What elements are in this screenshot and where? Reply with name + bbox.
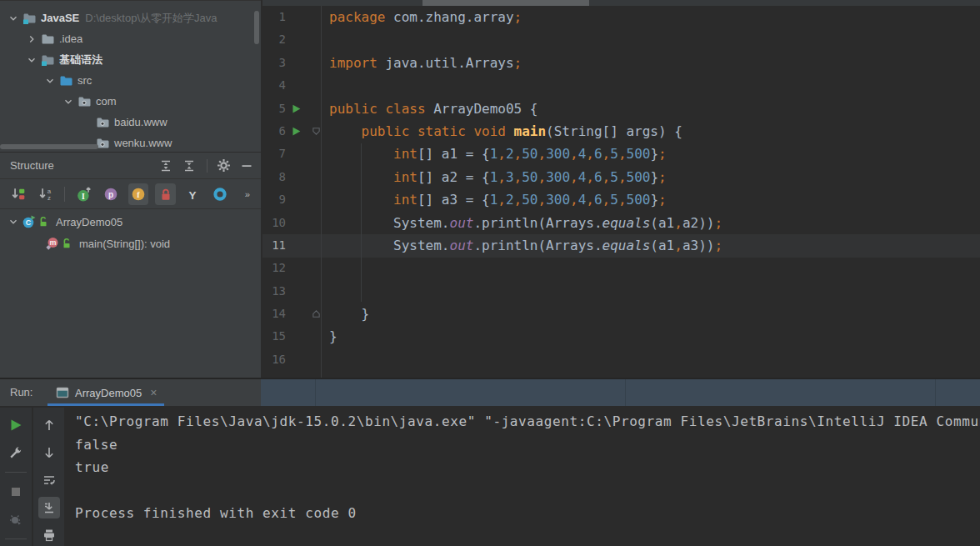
hide-panel-icon[interactable] [238, 157, 256, 175]
printer-button[interactable] [38, 524, 60, 546]
structure-toolbar: azIpfY» [0, 179, 261, 209]
code-line[interactable]: 1package com.zhang.array; [262, 6, 980, 28]
fold-down-icon[interactable] [311, 126, 322, 137]
code-text: int[] a2 = {1,3,50,300,4,6,5,500}; [329, 166, 667, 188]
structure-tree-item[interactable]: CArrayDemo05 [7, 211, 261, 233]
project-tree[interactable]: JavaSED:\desktop\从零开始学Java.idea基础语法srcco… [0, 8, 261, 152]
code-line[interactable]: 11 System.out.println(Arrays.equals(a1,a… [262, 234, 980, 257]
project-tree-item[interactable]: JavaSED:\desktop\从零开始学Java [7, 8, 261, 28]
code-line[interactable]: 3import java.util.Arrays; [262, 52, 980, 74]
code-token: java.util.Arrays [378, 55, 514, 71]
chevron-right-icon[interactable] [25, 33, 38, 46]
expand-all-icon[interactable] [157, 157, 175, 175]
structure-tree-item[interactable]: mmain(String[]): void [30, 233, 261, 254]
chevron-down-icon[interactable] [7, 215, 20, 228]
code-line[interactable]: 13 [262, 280, 980, 303]
chevron-down-icon[interactable] [7, 12, 20, 25]
code-line[interactable]: 4 [262, 74, 980, 97]
code-token: 4 [578, 146, 587, 162]
show-inherited-icon[interactable]: I [73, 183, 94, 205]
sort-by-visibility-icon[interactable] [8, 183, 29, 205]
rerun-button[interactable] [5, 414, 27, 436]
folder-root-icon [22, 12, 36, 25]
wrench-button[interactable] [5, 442, 27, 463]
code-line[interactable]: 12 [262, 257, 980, 279]
chevron-down-icon[interactable] [43, 74, 57, 88]
project-tree-item[interactable]: src [43, 70, 261, 91]
code-line[interactable]: 15} [262, 325, 980, 348]
sort-alphabetically-icon[interactable]: az [36, 183, 57, 205]
code-token: main [514, 123, 547, 139]
project-tree-item[interactable]: .idea [25, 28, 261, 49]
code-token: 6 [594, 146, 602, 162]
gear-icon[interactable] [214, 157, 232, 175]
show-properties-icon[interactable]: p [101, 183, 122, 205]
editor-hscroll-track[interactable] [262, 0, 980, 6]
console-output[interactable]: "C:\Program Files\Java\jdk-15.0.2\bin\ja… [75, 410, 980, 546]
code-line[interactable]: 9 int[] a3 = {1,2,50,300,4,6,5,500}; [262, 188, 980, 211]
code-token: (a1 [650, 238, 674, 253]
code-line[interactable]: 16 [262, 348, 980, 371]
console-line: Process finished with exit code 0 [75, 502, 980, 525]
code-token: , [602, 192, 611, 208]
arrow-down-button[interactable] [38, 442, 60, 463]
folder-root-icon [41, 53, 54, 67]
chevron-spacer [80, 116, 93, 129]
code-token: [] a1 = { [418, 146, 490, 162]
tree-item-label: 基础语法 [59, 53, 102, 68]
line-number: 6 [262, 120, 286, 143]
code-token: public static void [362, 123, 506, 139]
project-tree-item[interactable]: 基础语法 [25, 49, 261, 70]
code-token: , [514, 146, 522, 162]
project-tree-item[interactable]: baidu.www [80, 112, 261, 133]
code-token: 5 [610, 169, 618, 185]
structure-tree[interactable]: CArrayDemo05mmain(String[]): void [0, 211, 261, 254]
show-fields-icon[interactable]: f [128, 183, 149, 205]
code-token [329, 192, 393, 208]
run-line-icon[interactable] [291, 126, 302, 137]
scroll-to-end-button[interactable] [38, 497, 60, 518]
close-tab-icon[interactable]: × [148, 386, 158, 399]
code-line[interactable]: 8 int[] a2 = {1,3,50,300,4,6,5,500}; [262, 166, 980, 188]
run-line-icon[interactable] [291, 103, 302, 114]
code-line[interactable]: 6 public static void main(String[] args)… [262, 120, 980, 143]
code-token: 6 [594, 169, 602, 185]
run-tab-arraydemo05[interactable]: ArrayDemo05 × [48, 379, 158, 406]
project-horizontal-scrollbar[interactable] [0, 144, 98, 149]
code-token: System. [329, 215, 450, 231]
show-lambdas-icon[interactable] [210, 183, 231, 205]
fold-up-icon[interactable] [311, 308, 322, 319]
restart-button[interactable] [5, 508, 27, 530]
code-token: [] a3 = { [418, 192, 490, 208]
code-token: 1 [490, 192, 498, 208]
soft-wrap-button[interactable] [38, 469, 60, 491]
editor-hscroll-thumb[interactable] [422, 0, 589, 6]
code-token: 1 [490, 169, 498, 185]
collapse-all-icon[interactable] [180, 157, 198, 175]
show-anonymous-icon[interactable]: Y [182, 183, 203, 205]
console-line [75, 479, 980, 503]
class-icon: C [22, 215, 36, 228]
structure-panel-title: Structure [10, 159, 157, 172]
package-icon [96, 116, 109, 129]
code-line[interactable]: 14 } [262, 303, 980, 325]
project-tree-item[interactable]: com [62, 91, 261, 112]
code-editor[interactable]: 1package com.zhang.array;23import java.u… [262, 0, 980, 378]
project-vertical-scrollbar[interactable] [254, 11, 259, 44]
project-tree-item[interactable]: wenku.www [80, 133, 261, 152]
code-line[interactable]: 7 int[] a1 = {1,2,50,300,4,6,5,500}; [262, 143, 980, 165]
chevron-down-icon[interactable] [62, 95, 75, 108]
code-token: , [514, 192, 522, 208]
code-token: 300 [546, 169, 570, 185]
line-number: 7 [262, 143, 286, 165]
arrow-up-button[interactable] [38, 414, 60, 436]
stop-button[interactable] [5, 481, 27, 503]
code-line[interactable]: 10 System.out.println(Arrays.equals(a1,a… [262, 212, 980, 234]
code-token: .println(Arrays. [473, 238, 602, 253]
code-line[interactable]: 2 [262, 28, 980, 51]
code-line[interactable]: 5public class ArrayDemo05 { [262, 98, 980, 120]
chevron-down-icon[interactable] [25, 53, 38, 67]
intellij-idea-window: { "colors": { "panel_bg": "#3C3F41", "ed… [0, 0, 980, 546]
show-non-public-icon[interactable] [155, 183, 176, 205]
more-icon[interactable]: » [237, 183, 258, 205]
